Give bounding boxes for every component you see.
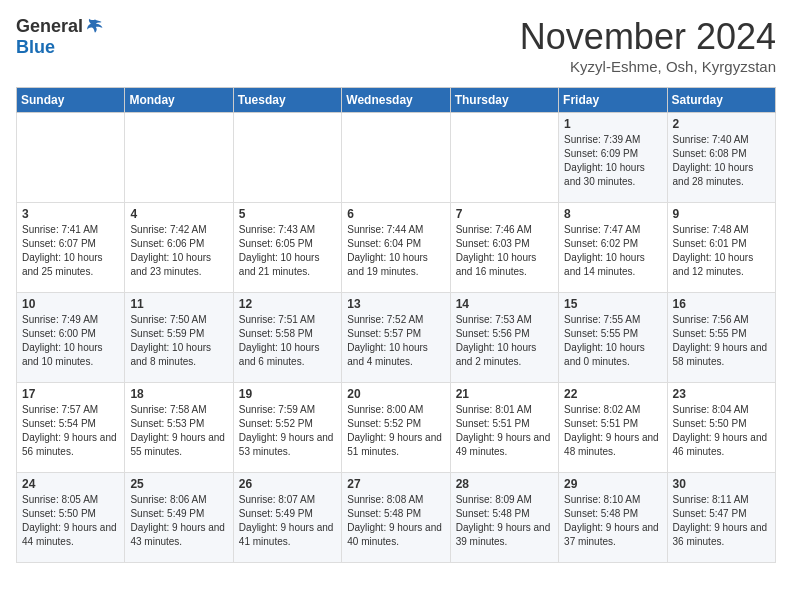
location-text: Kyzyl-Eshme, Osh, Kyrgyzstan [520, 58, 776, 75]
day-info: Sunrise: 7:58 AMSunset: 5:53 PMDaylight:… [130, 403, 227, 459]
calendar-cell: 1Sunrise: 7:39 AMSunset: 6:09 PMDaylight… [559, 113, 667, 203]
day-number: 13 [347, 297, 444, 311]
day-info: Sunrise: 7:52 AMSunset: 5:57 PMDaylight:… [347, 313, 444, 369]
calendar-cell: 26Sunrise: 8:07 AMSunset: 5:49 PMDayligh… [233, 473, 341, 563]
header-day-saturday: Saturday [667, 88, 775, 113]
title-section: November 2024 Kyzyl-Eshme, Osh, Kyrgyzst… [520, 16, 776, 75]
calendar-week-4: 17Sunrise: 7:57 AMSunset: 5:54 PMDayligh… [17, 383, 776, 473]
day-number: 25 [130, 477, 227, 491]
day-number: 27 [347, 477, 444, 491]
calendar-cell: 22Sunrise: 8:02 AMSunset: 5:51 PMDayligh… [559, 383, 667, 473]
calendar-cell: 25Sunrise: 8:06 AMSunset: 5:49 PMDayligh… [125, 473, 233, 563]
day-number: 8 [564, 207, 661, 221]
day-info: Sunrise: 8:01 AMSunset: 5:51 PMDaylight:… [456, 403, 553, 459]
calendar-cell: 8Sunrise: 7:47 AMSunset: 6:02 PMDaylight… [559, 203, 667, 293]
calendar-cell [125, 113, 233, 203]
day-info: Sunrise: 7:46 AMSunset: 6:03 PMDaylight:… [456, 223, 553, 279]
logo: General Blue [16, 16, 105, 58]
day-number: 18 [130, 387, 227, 401]
day-number: 19 [239, 387, 336, 401]
calendar-cell: 23Sunrise: 8:04 AMSunset: 5:50 PMDayligh… [667, 383, 775, 473]
day-info: Sunrise: 7:49 AMSunset: 6:00 PMDaylight:… [22, 313, 119, 369]
calendar-cell: 29Sunrise: 8:10 AMSunset: 5:48 PMDayligh… [559, 473, 667, 563]
calendar-week-1: 1Sunrise: 7:39 AMSunset: 6:09 PMDaylight… [17, 113, 776, 203]
calendar-cell: 20Sunrise: 8:00 AMSunset: 5:52 PMDayligh… [342, 383, 450, 473]
calendar-cell: 24Sunrise: 8:05 AMSunset: 5:50 PMDayligh… [17, 473, 125, 563]
logo-general-text: General [16, 16, 83, 37]
day-info: Sunrise: 8:04 AMSunset: 5:50 PMDaylight:… [673, 403, 770, 459]
day-number: 21 [456, 387, 553, 401]
day-number: 12 [239, 297, 336, 311]
day-number: 6 [347, 207, 444, 221]
day-info: Sunrise: 8:07 AMSunset: 5:49 PMDaylight:… [239, 493, 336, 549]
day-number: 3 [22, 207, 119, 221]
header-day-friday: Friday [559, 88, 667, 113]
page-header: General Blue November 2024 Kyzyl-Eshme, … [16, 16, 776, 75]
day-info: Sunrise: 7:55 AMSunset: 5:55 PMDaylight:… [564, 313, 661, 369]
calendar-header: SundayMondayTuesdayWednesdayThursdayFrid… [17, 88, 776, 113]
calendar-cell: 2Sunrise: 7:40 AMSunset: 6:08 PMDaylight… [667, 113, 775, 203]
day-number: 4 [130, 207, 227, 221]
day-info: Sunrise: 7:48 AMSunset: 6:01 PMDaylight:… [673, 223, 770, 279]
logo-blue-text: Blue [16, 37, 55, 58]
day-number: 20 [347, 387, 444, 401]
calendar-cell: 28Sunrise: 8:09 AMSunset: 5:48 PMDayligh… [450, 473, 558, 563]
calendar-cell: 21Sunrise: 8:01 AMSunset: 5:51 PMDayligh… [450, 383, 558, 473]
calendar-cell: 19Sunrise: 7:59 AMSunset: 5:52 PMDayligh… [233, 383, 341, 473]
day-info: Sunrise: 7:47 AMSunset: 6:02 PMDaylight:… [564, 223, 661, 279]
calendar-body: 1Sunrise: 7:39 AMSunset: 6:09 PMDaylight… [17, 113, 776, 563]
header-day-sunday: Sunday [17, 88, 125, 113]
calendar-cell: 5Sunrise: 7:43 AMSunset: 6:05 PMDaylight… [233, 203, 341, 293]
day-number: 10 [22, 297, 119, 311]
day-info: Sunrise: 7:44 AMSunset: 6:04 PMDaylight:… [347, 223, 444, 279]
calendar-cell: 13Sunrise: 7:52 AMSunset: 5:57 PMDayligh… [342, 293, 450, 383]
day-number: 16 [673, 297, 770, 311]
day-number: 22 [564, 387, 661, 401]
calendar-week-3: 10Sunrise: 7:49 AMSunset: 6:00 PMDayligh… [17, 293, 776, 383]
day-info: Sunrise: 7:39 AMSunset: 6:09 PMDaylight:… [564, 133, 661, 189]
day-number: 2 [673, 117, 770, 131]
day-number: 17 [22, 387, 119, 401]
day-number: 14 [456, 297, 553, 311]
day-info: Sunrise: 8:02 AMSunset: 5:51 PMDaylight:… [564, 403, 661, 459]
calendar-cell: 27Sunrise: 8:08 AMSunset: 5:48 PMDayligh… [342, 473, 450, 563]
day-number: 11 [130, 297, 227, 311]
calendar-week-2: 3Sunrise: 7:41 AMSunset: 6:07 PMDaylight… [17, 203, 776, 293]
calendar-cell: 6Sunrise: 7:44 AMSunset: 6:04 PMDaylight… [342, 203, 450, 293]
header-day-monday: Monday [125, 88, 233, 113]
calendar-cell [450, 113, 558, 203]
calendar-cell: 10Sunrise: 7:49 AMSunset: 6:00 PMDayligh… [17, 293, 125, 383]
day-info: Sunrise: 7:53 AMSunset: 5:56 PMDaylight:… [456, 313, 553, 369]
calendar-cell: 3Sunrise: 7:41 AMSunset: 6:07 PMDaylight… [17, 203, 125, 293]
header-row: SundayMondayTuesdayWednesdayThursdayFrid… [17, 88, 776, 113]
header-day-thursday: Thursday [450, 88, 558, 113]
day-info: Sunrise: 7:56 AMSunset: 5:55 PMDaylight:… [673, 313, 770, 369]
calendar-cell: 11Sunrise: 7:50 AMSunset: 5:59 PMDayligh… [125, 293, 233, 383]
day-number: 5 [239, 207, 336, 221]
calendar-cell: 17Sunrise: 7:57 AMSunset: 5:54 PMDayligh… [17, 383, 125, 473]
day-info: Sunrise: 7:42 AMSunset: 6:06 PMDaylight:… [130, 223, 227, 279]
calendar-cell: 14Sunrise: 7:53 AMSunset: 5:56 PMDayligh… [450, 293, 558, 383]
calendar-cell [233, 113, 341, 203]
day-number: 24 [22, 477, 119, 491]
day-info: Sunrise: 7:50 AMSunset: 5:59 PMDaylight:… [130, 313, 227, 369]
calendar-cell: 7Sunrise: 7:46 AMSunset: 6:03 PMDaylight… [450, 203, 558, 293]
day-number: 29 [564, 477, 661, 491]
calendar-cell: 4Sunrise: 7:42 AMSunset: 6:06 PMDaylight… [125, 203, 233, 293]
calendar-cell: 9Sunrise: 7:48 AMSunset: 6:01 PMDaylight… [667, 203, 775, 293]
month-title: November 2024 [520, 16, 776, 58]
calendar-table: SundayMondayTuesdayWednesdayThursdayFrid… [16, 87, 776, 563]
day-info: Sunrise: 8:10 AMSunset: 5:48 PMDaylight:… [564, 493, 661, 549]
day-number: 26 [239, 477, 336, 491]
calendar-cell: 15Sunrise: 7:55 AMSunset: 5:55 PMDayligh… [559, 293, 667, 383]
day-number: 1 [564, 117, 661, 131]
day-info: Sunrise: 8:09 AMSunset: 5:48 PMDaylight:… [456, 493, 553, 549]
day-info: Sunrise: 8:00 AMSunset: 5:52 PMDaylight:… [347, 403, 444, 459]
day-number: 28 [456, 477, 553, 491]
day-info: Sunrise: 8:11 AMSunset: 5:47 PMDaylight:… [673, 493, 770, 549]
calendar-cell: 12Sunrise: 7:51 AMSunset: 5:58 PMDayligh… [233, 293, 341, 383]
day-info: Sunrise: 7:51 AMSunset: 5:58 PMDaylight:… [239, 313, 336, 369]
day-info: Sunrise: 7:43 AMSunset: 6:05 PMDaylight:… [239, 223, 336, 279]
day-number: 30 [673, 477, 770, 491]
day-info: Sunrise: 7:57 AMSunset: 5:54 PMDaylight:… [22, 403, 119, 459]
